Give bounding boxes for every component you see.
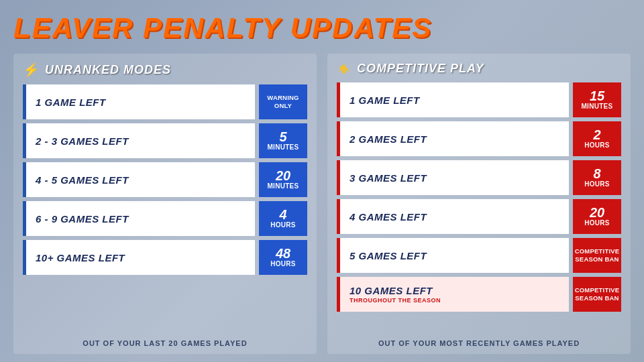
penalty-unit: HOURS xyxy=(270,260,296,268)
label-text: 4 - 5 GAMES LEFT xyxy=(36,174,129,186)
unranked-rows: 1 GAME LEFT WARNINGONLY 2 - 3 GAMES LEFT… xyxy=(23,84,307,334)
wing-icon xyxy=(337,63,352,75)
label-text: 2 GAMES LEFT xyxy=(350,133,427,145)
penalty-value: 48 xyxy=(276,247,290,260)
table-row: 10 GAMES LEFT THROUGHOUT THE SEASON COMP… xyxy=(337,277,621,312)
row-penalty: 8 HOURS xyxy=(573,160,621,195)
row-penalty: 2 HOURS xyxy=(573,121,621,156)
competitive-footer: OUT OF YOUR MOST RECENTLY GAMES PLAYED xyxy=(337,339,621,347)
row-penalty: 48 HOURS xyxy=(259,240,307,275)
panels-container: UNRANKED MODES 1 GAME LEFT WARNINGONLY 2… xyxy=(13,54,631,354)
label-text: 6 - 9 GAMES LEFT xyxy=(36,213,129,225)
label-sub: THROUGHOUT THE SEASON xyxy=(350,297,441,304)
row-label: 1 GAME LEFT xyxy=(23,84,255,119)
row-penalty: WARNINGONLY xyxy=(259,84,307,119)
label-text: 3 GAMES LEFT xyxy=(350,172,427,184)
table-row: 2 - 3 GAMES LEFT 5 MINUTES xyxy=(23,123,307,158)
table-row: 6 - 9 GAMES LEFT 4 HOURS xyxy=(23,201,307,236)
unranked-header: UNRANKED MODES xyxy=(23,62,307,78)
penalty-value: 2 xyxy=(593,128,600,141)
penalty-value: 20 xyxy=(590,206,604,219)
label-text: 4 GAMES LEFT xyxy=(350,211,427,223)
unranked-panel: UNRANKED MODES 1 GAME LEFT WARNINGONLY 2… xyxy=(13,54,317,354)
competitive-header: COMPETITIVE PLAY xyxy=(337,62,621,76)
competitive-title: COMPETITIVE PLAY xyxy=(357,62,484,76)
row-penalty: 20 HOURS xyxy=(573,199,621,234)
row-label: 4 - 5 GAMES LEFT xyxy=(23,162,255,197)
penalty-unit: MINUTES xyxy=(267,182,299,190)
penalty-unit: HOURS xyxy=(270,221,296,229)
penalty-value: 8 xyxy=(593,167,600,180)
row-label: 3 GAMES LEFT xyxy=(337,160,569,195)
row-label: 10+ GAMES LEFT xyxy=(23,240,255,275)
penalty-unit: HOURS xyxy=(584,141,610,149)
main-container: LEAVER PENALTY UPDATES UNRANKED MODES 1 … xyxy=(0,0,644,362)
row-label: 2 - 3 GAMES LEFT xyxy=(23,123,255,158)
penalty-unit: MINUTES xyxy=(581,103,612,111)
table-row: 10+ GAMES LEFT 48 HOURS xyxy=(23,240,307,275)
penalty-unit: MINUTES xyxy=(267,143,299,152)
row-penalty: COMPETITIVESEASON BAN xyxy=(573,238,621,273)
penalty-value: 15 xyxy=(590,89,604,103)
row-penalty: 5 MINUTES xyxy=(259,123,307,158)
table-row: 1 GAME LEFT WARNINGONLY xyxy=(23,84,307,119)
penalty-warning: WARNINGONLY xyxy=(267,94,299,111)
penalty-warning: COMPETITIVESEASON BAN xyxy=(575,286,620,303)
table-row: 3 GAMES LEFT 8 HOURS xyxy=(337,160,621,195)
label-text: 2 - 3 GAMES LEFT xyxy=(36,135,129,147)
unranked-footer: OUT OF YOUR LAST 20 GAMES PLAYED xyxy=(23,339,307,347)
label-text: 10+ GAMES LEFT xyxy=(36,252,125,263)
row-label: 2 GAMES LEFT xyxy=(337,121,569,156)
label-text: 1 GAME LEFT xyxy=(350,95,420,106)
row-penalty: COMPETITIVESEASON BAN xyxy=(573,277,621,312)
competitive-panel: COMPETITIVE PLAY 1 GAME LEFT 15 MINUTES … xyxy=(327,54,631,354)
page-title: LEAVER PENALTY UPDATES xyxy=(13,12,631,44)
row-label: 10 GAMES LEFT THROUGHOUT THE SEASON xyxy=(337,277,569,312)
table-row: 2 GAMES LEFT 2 HOURS xyxy=(337,121,621,156)
row-penalty: 15 MINUTES xyxy=(573,82,621,117)
penalty-unit: HOURS xyxy=(584,180,610,188)
penalty-value: 4 xyxy=(279,208,286,221)
row-label: 1 GAME LEFT xyxy=(337,82,569,117)
label-text: 10 GAMES LEFT xyxy=(350,285,441,296)
table-row: 4 GAMES LEFT 20 HOURS xyxy=(337,199,621,234)
label-text: 5 GAMES LEFT xyxy=(350,250,427,261)
bolt-icon xyxy=(23,62,40,78)
table-row: 1 GAME LEFT 15 MINUTES xyxy=(337,82,621,117)
unranked-title: UNRANKED MODES xyxy=(45,63,171,77)
row-penalty: 4 HOURS xyxy=(259,201,307,236)
table-row: 5 GAMES LEFT COMPETITIVESEASON BAN xyxy=(337,238,621,273)
penalty-unit: HOURS xyxy=(584,219,610,227)
row-label: 5 GAMES LEFT xyxy=(337,238,569,273)
table-row: 4 - 5 GAMES LEFT 20 MINUTES xyxy=(23,162,307,197)
svg-marker-0 xyxy=(338,64,350,74)
row-penalty: 20 MINUTES xyxy=(259,162,307,197)
row-label: 4 GAMES LEFT xyxy=(337,199,569,234)
penalty-value: 5 xyxy=(279,130,286,143)
competitive-rows: 1 GAME LEFT 15 MINUTES 2 GAMES LEFT 2 HO… xyxy=(337,82,621,334)
label-text: 1 GAME LEFT xyxy=(36,97,106,108)
penalty-warning: COMPETITIVESEASON BAN xyxy=(575,247,620,264)
penalty-value: 20 xyxy=(276,169,290,182)
row-label: 6 - 9 GAMES LEFT xyxy=(23,201,255,236)
